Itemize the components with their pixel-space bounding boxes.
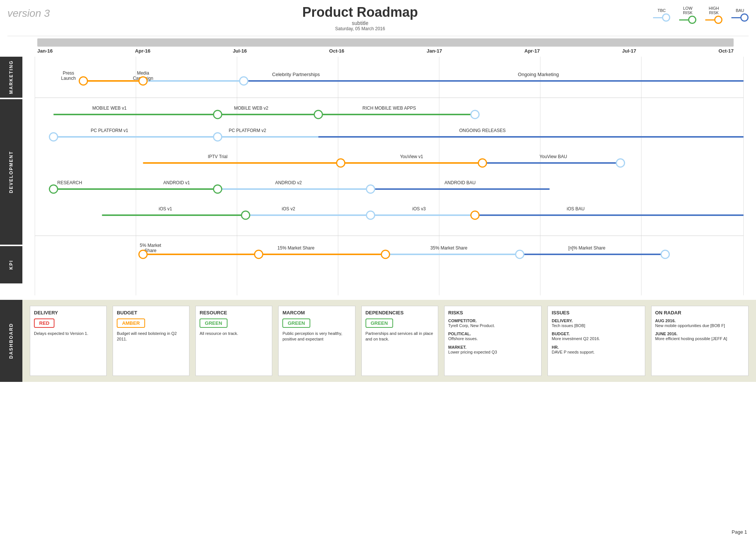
timeline-jul16: Jul-16: [233, 48, 247, 54]
milestone-mobile-web-v2: [214, 110, 222, 119]
milestone-kpi-n: [661, 250, 669, 258]
budget-title: BUDGET: [117, 310, 185, 315]
svg-text:Launch: Launch: [61, 76, 76, 81]
milestone-ios-v2: [367, 211, 375, 219]
budget-text: Budget will need bolstering in Q2 2011.: [117, 331, 185, 342]
issues-delivery: DELIVERY. Tech issues [BOB]: [552, 318, 641, 329]
risks-market: MARKET. Lower pricing expected Q3: [448, 345, 537, 355]
delivery-badge: RED: [34, 318, 54, 328]
svg-text:15% Market Share: 15% Market Share: [277, 245, 315, 251]
timeline-oct16: Oct-16: [329, 48, 344, 54]
radar-june: JUNE 2016. More efficient hosting possib…: [655, 332, 744, 342]
roadmap-content: Press Launch Media Campaign Celebrity Pa…: [22, 57, 756, 297]
svg-text:ANDROID BAU: ANDROID BAU: [445, 180, 476, 185]
timeline-labels: Jan-16 Apr-16 Jul-16 Oct-16 Jan-17 Apr-1…: [37, 47, 734, 54]
svg-text:Ongoing Marketing: Ongoing Marketing: [518, 72, 559, 77]
milestone-kpi-5pct: [139, 250, 147, 258]
marcom-card: MARCOM GREEN Public perception is very h…: [278, 306, 355, 376]
subtitle: subtitle: [67, 20, 653, 26]
svg-text:Celebrity Partnerships: Celebrity Partnerships: [272, 72, 320, 77]
page-number: Page 1: [732, 529, 747, 535]
radar-aug: AUG 2016. New mobile opportunities due […: [655, 318, 744, 329]
timeline-jan17: Jan-17: [427, 48, 442, 54]
milestone-ios-v1: [242, 211, 250, 219]
kpi-label: KPI: [0, 246, 22, 283]
press-launch-label: Press: [63, 70, 74, 76]
dashboard-content: DELIVERY RED Delays expected to Version …: [22, 300, 756, 382]
dashboard-section: DASHBOARD DELIVERY RED Delays expected t…: [0, 300, 756, 382]
timeline-jan16: Jan-16: [37, 48, 53, 54]
delivery-card: DELIVERY RED Delays expected to Version …: [30, 306, 107, 376]
section-labels-col: MARKETING DEVELOPMENT KPI: [0, 57, 22, 297]
timeline-apr16: Apr-16: [135, 48, 150, 54]
milestone-youview-v1: [479, 159, 487, 167]
risks-political: POLITICAL. Offshore issues.: [448, 332, 537, 342]
milestone-android-v1: [214, 185, 222, 193]
svg-text:iOS BAU: iOS BAU: [567, 206, 584, 211]
milestone-kpi-5pct-end: [255, 250, 263, 258]
resource-card: RESOURCE GREEN All resource on track.: [195, 306, 272, 376]
header: version 3 Product Roadmap subtitle Satur…: [0, 0, 756, 34]
legend-bau: BAU: [731, 8, 749, 22]
svg-text:ANDROID v1: ANDROID v1: [163, 180, 190, 185]
dependencies-text: Partnerships and services all in place a…: [366, 331, 434, 342]
svg-text:PC PLATFORM v2: PC PLATFORM v2: [229, 128, 266, 133]
budget-card: BUDGET AMBER Budget will need bolstering…: [113, 306, 189, 376]
svg-text:RESEARCH: RESEARCH: [57, 180, 82, 185]
timeline-bar: [37, 38, 734, 47]
svg-text:iOS v1: iOS v1: [159, 206, 172, 211]
issues-title: ISSUES: [552, 310, 641, 315]
resource-badge: GREEN: [200, 318, 227, 328]
dependencies-card: DEPENDENCIES GREEN Partnerships and serv…: [361, 306, 438, 376]
main-title: Product Roadmap: [67, 4, 653, 20]
marcom-text: Public perception is very healthy, posit…: [282, 331, 351, 342]
roadmap-svg: Press Launch Media Campaign Celebrity Pa…: [22, 57, 756, 295]
svg-text:[n]% Market Share: [n]% Market Share: [568, 245, 606, 251]
budget-badge: AMBER: [117, 318, 145, 328]
milestone-research: [50, 185, 58, 193]
milestone-ios-v3: [471, 211, 479, 219]
dashboard-label: DASHBOARD: [0, 300, 22, 382]
development-label: DEVELOPMENT: [0, 99, 22, 245]
svg-text:PC PLATFORM v1: PC PLATFORM v1: [91, 128, 128, 133]
milestone-pc-v1: [50, 133, 58, 141]
on-radar-title: ON RADAR: [655, 310, 744, 315]
issues-hr: HR. DAVE P needs support.: [552, 345, 641, 355]
page-footer: Page 1: [732, 529, 747, 535]
milestone-media-campaign: [139, 77, 147, 85]
milestone-iptv-end: [337, 159, 345, 167]
svg-text:35% Market Share: 35% Market Share: [430, 245, 468, 251]
svg-text:Media: Media: [137, 70, 149, 76]
date-label: Saturday, 05 March 2016: [67, 26, 653, 31]
legend-low-risk: LOWRISK: [679, 6, 696, 24]
svg-text:iOS v3: iOS v3: [412, 206, 426, 211]
dependencies-badge: GREEN: [366, 318, 393, 328]
milestone-kpi-15pct: [382, 250, 390, 258]
resource-title: RESOURCE: [200, 310, 268, 315]
milestone-kpi-35pct: [516, 250, 524, 258]
milestone-pc-v2: [214, 133, 222, 141]
svg-text:YouView v1: YouView v1: [400, 154, 423, 159]
risks-card: RISKS COMPETITOR. Tyrell Corp, New Produ…: [444, 306, 542, 376]
svg-text:MOBILE WEB v1: MOBILE WEB v1: [92, 106, 126, 111]
milestone-youview-bau: [617, 159, 625, 167]
svg-text:ONGOING RELEASES: ONGOING RELEASES: [459, 128, 506, 133]
milestone-press-launch: [79, 77, 88, 85]
marcom-badge: GREEN: [282, 318, 310, 328]
roadmap-main: MARKETING DEVELOPMENT KPI Press Launch: [0, 57, 756, 297]
svg-text:IPTV Trial: IPTV Trial: [208, 154, 228, 159]
delivery-title: DELIVERY: [34, 310, 103, 315]
version-label: version 3: [7, 4, 67, 19]
milestone-celebrity: [240, 77, 248, 85]
timeline-oct17: Oct-17: [719, 48, 734, 54]
marketing-label: MARKETING: [0, 57, 22, 98]
svg-text:iOS v2: iOS v2: [282, 206, 295, 211]
delivery-text: Delays expected to Version 1.: [34, 331, 103, 336]
title-block: Product Roadmap subtitle Saturday, 05 Ma…: [67, 4, 653, 31]
risks-competitor: COMPETITOR. Tyrell Corp, New Product.: [448, 318, 537, 329]
milestone-rich-mobile: [314, 110, 323, 119]
milestone-rich-mobile-end: [471, 110, 479, 119]
issues-budget: BUDGET. More investment Q2 2016.: [552, 332, 641, 342]
issues-card: ISSUES DELIVERY. Tech issues [BOB] BUDGE…: [548, 306, 645, 376]
timeline-jul17: Jul-17: [622, 48, 636, 54]
